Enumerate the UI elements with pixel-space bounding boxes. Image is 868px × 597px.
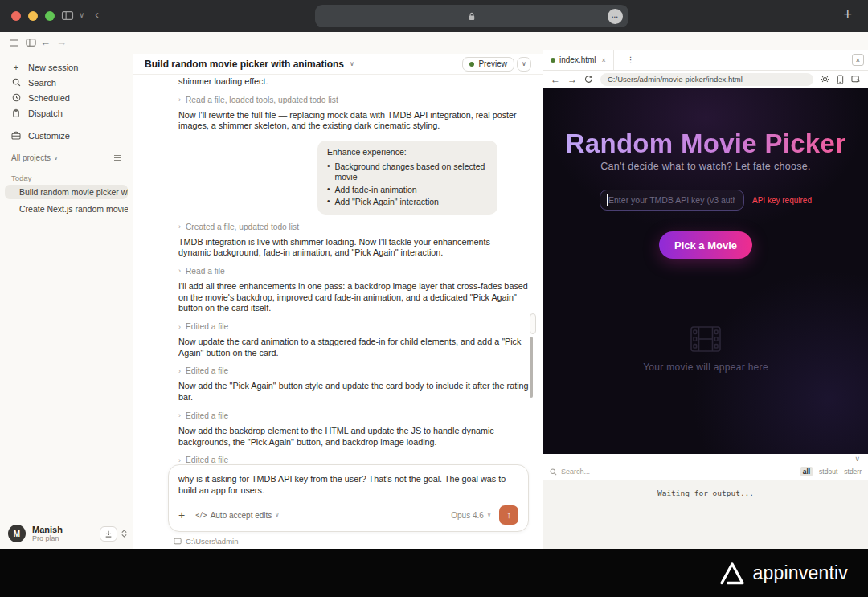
clipboard-icon [11,108,21,118]
preview-address-bar[interactable]: C:/Users/admin/movie-picker/index.html [600,73,813,86]
sidebar-item-search[interactable]: Search [0,75,133,90]
filter-stderr[interactable]: stderr [844,468,862,476]
expand-icon: › [178,96,181,104]
movie-app-viewport: Random Movie Picker Can't decide what to… [543,88,868,454]
session-title[interactable]: Build random movie picker with animation… [145,59,344,70]
assistant-message: TMDB integration is live with shimmer lo… [178,237,530,259]
auto-accept-toggle[interactable]: Auto accept edits [211,511,272,520]
tool-call-row[interactable]: › Edited a file [178,321,530,332]
brand-triangle-icon [719,562,745,585]
expand-icon: › [178,323,181,331]
tool-call-row[interactable]: › Edited a file [178,411,530,421]
sidebar-item-customize[interactable]: Customize [0,128,133,143]
tab-menu-icon[interactable]: ⋮ [627,55,635,64]
zoom-window-icon[interactable] [45,11,55,21]
session-item-movie-picker[interactable]: Build random movie picker with animat... [5,185,128,199]
tool-call-row[interactable]: › Read a file, loaded tools, updated tod… [178,95,530,105]
pick-movie-button[interactable]: Pick a Movie [659,231,752,259]
sidebar-item-dispatch[interactable]: Dispatch [0,105,133,121]
briefcase-icon [11,131,21,140]
history-back-icon[interactable]: ← [40,36,51,48]
reload-icon[interactable] [584,75,593,84]
close-tab-icon[interactable]: × [602,56,606,64]
close-preview-button[interactable]: × [852,54,864,66]
working-directory[interactable]: C:\Users\admin [174,537,238,546]
tab-index-html[interactable]: index.html × [543,50,614,70]
traffic-lights [11,11,55,21]
session-item-nextjs-picker[interactable]: Create Next.js random movie picker app [5,202,128,216]
tool-call-row[interactable]: › Read a file [178,266,530,276]
collapse-chevron-icon[interactable]: ∨ [854,455,860,463]
expand-icon: › [178,367,181,375]
scrollbar-thumb[interactable] [530,337,533,398]
extensions-badge-icon[interactable]: ••• [608,9,623,24]
movie-app-title: Random Movie Picker [543,129,868,159]
browser-back-icon[interactable]: ‹ [95,7,99,21]
expand-icon: › [178,267,181,275]
console-output: Waiting for output... [543,480,868,549]
assistant-message: Now add the backdrop element to the HTML… [178,426,530,448]
tool-call-row[interactable]: › Created a file, updated todo list [178,222,530,232]
chat-transcript[interactable]: shimmer loading effect. › Read a file, l… [133,75,542,496]
list-view-icon[interactable] [113,154,121,162]
expand-icon: › [178,456,181,464]
back-icon[interactable]: ← [551,74,560,85]
code-icon: </> [195,512,207,519]
tool-call-row[interactable]: › Edited a file [178,366,530,376]
assistant-message: Now update the card animation to a stagg… [178,337,530,358]
chevron-down-icon: ∨ [54,155,58,162]
filter-all[interactable]: all [800,467,813,476]
console-search-input[interactable] [561,468,796,476]
open-external-icon[interactable] [851,75,861,84]
api-key-input[interactable] [600,190,744,211]
user-plan: Pro plan [32,534,63,542]
preview-options-button[interactable]: ∨ [517,57,531,72]
new-tab-button[interactable]: + [843,6,852,23]
bullet-item: •Background changes based on selected mo… [327,162,488,183]
assistant-message: I'll add all three enhancements in one p… [178,281,530,314]
chevron-down-icon[interactable]: ∨ [350,60,354,67]
assistant-message: shimmer loading effect. [178,76,530,88]
assistant-message: Now I'll rewrite the full file — replaci… [178,110,530,132]
preview-pane: index.html × ⋮ × ← → C:/Users/admin/movi… [542,50,868,549]
forward-icon[interactable]: → [567,74,577,85]
brand-wordmark: appinventiv [752,562,848,584]
model-selector[interactable]: Opus 4.6 [451,511,484,520]
close-window-icon[interactable] [11,11,21,21]
browser-address-bar[interactable]: ••• [315,5,628,27]
browser-sidebar-icon[interactable] [61,10,74,21]
chevron-down-icon[interactable]: ∨ [487,512,491,518]
terminal-icon [174,538,182,545]
chevron-down-icon[interactable]: ∨ [275,512,279,518]
download-button[interactable] [100,526,117,542]
toggle-sidebar-icon[interactable] [26,38,36,47]
bullet-item: •Add fade-in animation [327,185,488,195]
projects-filter[interactable]: All projects ∨ [0,153,133,162]
sidebar-caret-icon[interactable]: ∨ [79,10,84,19]
theme-icon[interactable] [821,75,829,84]
collapse-expand-icon[interactable] [121,529,128,538]
expand-icon: › [178,411,181,419]
sidebar: + New session Search Scheduled Dispatch … [0,54,133,549]
user-message: Enhance experience: •Background changes … [317,141,497,214]
sidebar-item-scheduled[interactable]: Scheduled [0,90,133,105]
attach-button[interactable]: + [178,509,185,521]
avatar[interactable]: M [8,525,26,542]
section-label-today: Today [0,174,133,182]
pane-resize-handle[interactable] [530,313,536,334]
footer: appinventiv [0,549,868,597]
device-icon[interactable] [837,75,844,84]
assistant-message: Now add the "Pick Again" button style an… [178,381,530,403]
menu-icon[interactable] [10,39,19,47]
send-button[interactable]: ↑ [499,505,518,525]
composer-input[interactable]: why is it asking for TMDB API key from t… [178,473,518,496]
clock-icon [11,93,21,102]
history-forward-icon[interactable]: → [56,36,67,48]
composer[interactable]: why is it asking for TMDB API key from t… [168,464,529,532]
minimize-window-icon[interactable] [28,11,38,21]
sidebar-item-new-session[interactable]: + New session [0,59,133,75]
appinventiv-logo: appinventiv [719,562,848,585]
console-collapse-row: ∨ [543,454,868,464]
filter-stdout[interactable]: stdout [819,468,837,476]
preview-button[interactable]: Preview [462,57,514,72]
